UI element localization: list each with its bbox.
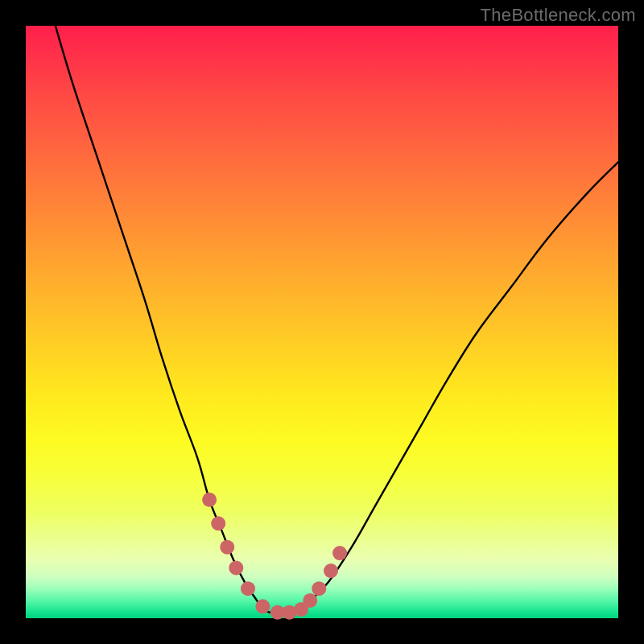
- bottleneck-curve: [56, 26, 618, 614]
- highlight-marker: [202, 493, 217, 507]
- highlight-marker: [220, 540, 234, 555]
- chart-frame: TheBottleneck.com: [0, 0, 644, 644]
- highlight-marker: [241, 581, 255, 596]
- highlight-markers: [202, 493, 347, 620]
- highlight-marker: [324, 564, 338, 578]
- highlight-marker: [303, 593, 317, 608]
- highlight-marker: [312, 581, 326, 596]
- highlight-marker: [211, 516, 225, 530]
- curve-svg: [26, 26, 618, 618]
- watermark-text: TheBottleneck.com: [481, 5, 636, 26]
- plot-area: [26, 26, 618, 618]
- highlight-marker: [332, 546, 347, 560]
- highlight-marker: [255, 599, 270, 613]
- highlight-marker: [229, 560, 243, 575]
